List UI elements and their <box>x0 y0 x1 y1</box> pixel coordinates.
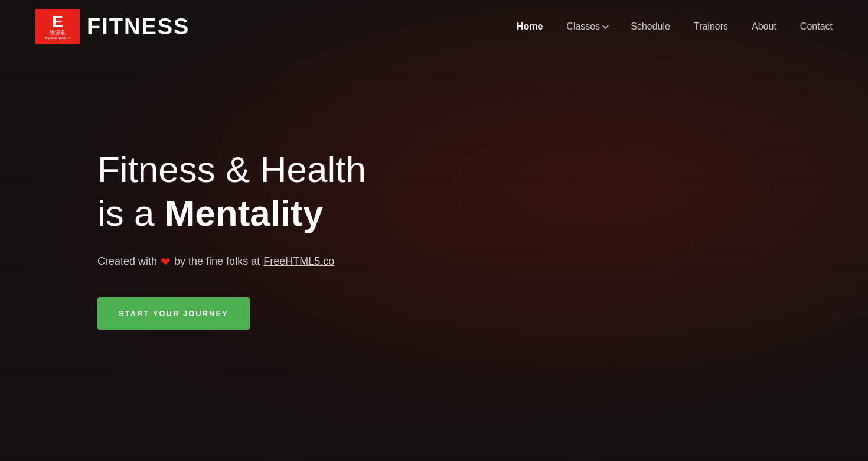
subtitle-suffix: by the fine folks at <box>174 255 260 268</box>
nav-links: Home Classes Schedule Trainers About Con… <box>517 21 833 32</box>
logo-letter: E <box>52 14 63 30</box>
hero-content: Fitness & Health is a Mentality Created … <box>0 53 868 330</box>
cta-button[interactable]: START YOUR JOURNEY <box>97 297 250 330</box>
nav-link-classes[interactable]: Classes <box>566 21 607 32</box>
logo-cn-text: 资源君 <box>50 30 66 35</box>
nav-link-trainers[interactable]: Trainers <box>694 21 728 31</box>
hero-subtitle: Created with ❤ by the fine folks at Free… <box>97 255 868 269</box>
nav-link-schedule[interactable]: Schedule <box>631 21 670 31</box>
heart-icon: ❤ <box>161 255 171 269</box>
nav-item-home[interactable]: Home <box>517 21 543 32</box>
hero-title-line2-plain: is a <box>97 193 165 233</box>
logo-area: E 资源君 eyunzhu.com FITNESS <box>35 9 190 44</box>
hero-title-line2-bold: Mentality <box>165 193 324 233</box>
subtitle-prefix: Created with <box>97 255 157 268</box>
freehtml5-link[interactable]: FreeHTML5.co <box>263 255 334 268</box>
site-name: FITNESS <box>87 14 190 40</box>
nav-item-trainers[interactable]: Trainers <box>694 21 728 32</box>
logo-eyunzhu: eyunzhu.com <box>45 35 70 40</box>
hero-title-line1: Fitness & Health <box>97 149 366 190</box>
logo-badge: E 资源君 eyunzhu.com <box>35 9 80 44</box>
nav-classes-label: Classes <box>566 21 600 32</box>
nav-link-about[interactable]: About <box>752 21 776 31</box>
hero-title: Fitness & Health is a Mentality <box>97 148 868 236</box>
nav-item-classes[interactable]: Classes <box>566 21 607 32</box>
nav-item-about[interactable]: About <box>752 21 776 32</box>
nav-item-contact[interactable]: Contact <box>800 21 833 32</box>
nav-link-home[interactable]: Home <box>517 21 543 31</box>
navbar: E 资源君 eyunzhu.com FITNESS Home Classes S… <box>0 0 868 53</box>
chevron-down-icon <box>602 22 609 29</box>
nav-item-schedule[interactable]: Schedule <box>631 21 670 32</box>
nav-link-contact[interactable]: Contact <box>800 21 833 31</box>
